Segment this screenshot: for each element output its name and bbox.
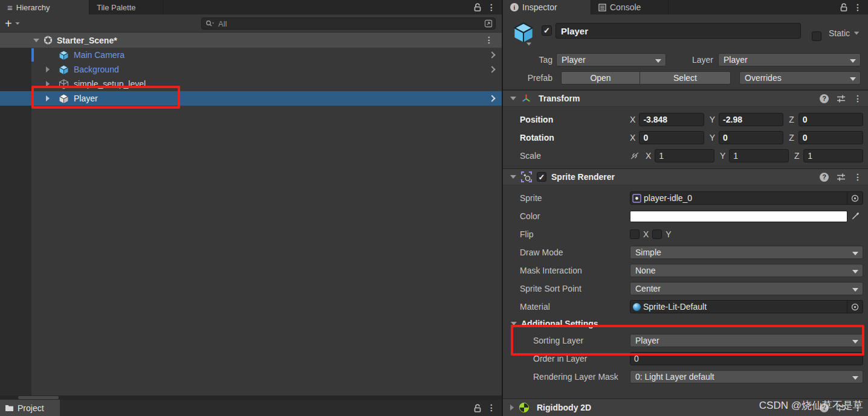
hierarchy-search[interactable]	[201, 18, 496, 30]
draw-mode-dropdown[interactable]: Simple	[630, 246, 863, 259]
gameobject-cube-icon	[59, 94, 69, 104]
material-sphere-icon	[633, 303, 641, 311]
tree-row-main-camera[interactable]: Main Camera	[0, 48, 502, 62]
active-checkbox[interactable]	[542, 25, 552, 36]
sprite-renderer-menu-icon[interactable]	[853, 172, 862, 182]
tree-item-label: Player	[74, 94, 98, 103]
sprite-renderer-header-icons	[820, 172, 868, 182]
sprite-sort-point-dropdown[interactable]: Center	[630, 282, 863, 295]
prefab-cube-icon	[59, 50, 69, 60]
prefab-select-button[interactable]: Select	[640, 71, 731, 85]
sorting-layer-dropdown[interactable]: Player	[630, 334, 863, 347]
prefab-label: Prefab	[509, 73, 552, 83]
position-z-field[interactable]	[798, 113, 863, 126]
position-y-field[interactable]	[719, 113, 783, 126]
rotation-y-field[interactable]	[719, 131, 783, 144]
inspector-menu-icon[interactable]	[853, 2, 862, 12]
tree-row-simple-setup-level[interactable]: simple_setup_level	[0, 77, 502, 91]
rendering-layer-mask-dropdown[interactable]: 0: Light Layer default	[630, 370, 863, 383]
sprite-row: Sprite player-idle_0	[520, 191, 863, 205]
flip-x-checkbox[interactable]	[630, 229, 640, 239]
link-scale-icon[interactable]	[630, 152, 640, 160]
project-menu-icon[interactable]	[487, 403, 496, 412]
hierarchy-tabbar-icons	[468, 0, 502, 14]
expand-arrow-icon[interactable]	[46, 81, 50, 87]
static-dropdown-icon[interactable]	[854, 31, 860, 34]
tab-console[interactable]: Console	[591, 0, 669, 14]
order-in-layer-field[interactable]	[630, 352, 863, 365]
sprite-renderer-body: Sprite player-idle_0 Color	[503, 185, 868, 388]
prefab-open-button[interactable]: Open	[561, 71, 640, 85]
prefab-overrides-dropdown[interactable]: Overrides	[739, 71, 861, 85]
x-axis-label: X	[630, 133, 639, 142]
sprite-renderer-header[interactable]: Sprite Renderer	[503, 168, 868, 185]
draw-mode-row: Draw Mode Simple	[520, 246, 863, 259]
tab-hierarchy[interactable]: ≡ Hierarchy	[0, 0, 89, 14]
scrollbar-thumb[interactable]	[18, 396, 59, 399]
tabbar-spacer	[163, 0, 468, 14]
tag-dropdown[interactable]: Player	[556, 53, 666, 66]
transform-header[interactable]: Transform	[503, 90, 868, 107]
unlock-icon[interactable]	[474, 3, 481, 11]
layer-label: Layer	[675, 55, 713, 65]
search-popout-icon[interactable]	[484, 19, 493, 28]
expand-arrow-icon[interactable]	[46, 66, 50, 72]
object-picker-icon[interactable]	[847, 192, 863, 204]
sprite-renderer-enabled-checkbox[interactable]	[537, 172, 546, 182]
create-object-button[interactable]	[0, 18, 25, 30]
position-label: Position	[520, 115, 630, 124]
eyedropper-icon[interactable]	[847, 212, 863, 220]
open-prefab-chevron-icon[interactable]	[488, 66, 495, 72]
presets-icon[interactable]	[837, 95, 846, 103]
sprite-object-field[interactable]: player-idle_0	[630, 191, 863, 205]
rigidbody2d-foldout-icon[interactable]	[510, 405, 514, 411]
help-icon[interactable]	[820, 173, 829, 182]
hierarchy-menu-icon[interactable]	[487, 3, 496, 12]
transform-header-icons	[820, 94, 868, 103]
position-x-field[interactable]	[639, 113, 704, 126]
search-input[interactable]	[218, 19, 484, 28]
scene-foldout-icon[interactable]	[33, 39, 39, 42]
horizontal-scrollbar[interactable]	[0, 395, 502, 400]
static-checkbox[interactable]	[812, 31, 821, 41]
rotation-z-field[interactable]	[798, 131, 863, 144]
material-object-field[interactable]: Sprite-Lit-Default	[630, 300, 863, 313]
open-prefab-chevron-icon[interactable]	[488, 51, 495, 58]
scale-x-field[interactable]	[655, 149, 714, 162]
scene-name: Starter_Scene*	[57, 36, 117, 45]
tree-row-background[interactable]: Background	[0, 62, 502, 77]
tab-tile-palette[interactable]: Tile Palette	[89, 0, 163, 14]
color-swatch[interactable]	[630, 211, 847, 222]
gameobject-name-field[interactable]	[555, 23, 801, 39]
unity-scene-icon	[43, 35, 53, 45]
expand-arrow-icon[interactable]	[46, 95, 50, 101]
gameobject-icon-button[interactable]	[509, 19, 536, 48]
additional-settings-foldout[interactable]: Additional Settings	[511, 318, 863, 329]
inspector-panel: i Inspector Console	[503, 0, 868, 416]
mask-interaction-dropdown[interactable]: None	[630, 264, 863, 277]
transform-foldout-icon[interactable]	[510, 97, 516, 100]
open-prefab-chevron-icon[interactable]	[488, 95, 495, 101]
flip-y-checkbox[interactable]	[652, 229, 662, 239]
tab-project[interactable]: Project	[0, 400, 60, 416]
unlock-icon[interactable]	[474, 404, 481, 412]
help-icon[interactable]	[820, 94, 829, 103]
tab-inspector[interactable]: i Inspector	[503, 0, 591, 14]
presets-icon[interactable]	[837, 173, 846, 181]
object-picker-icon[interactable]	[847, 301, 863, 313]
transform-menu-icon[interactable]	[853, 94, 862, 103]
scene-menu-icon[interactable]	[485, 36, 493, 45]
scale-y-field[interactable]	[729, 149, 789, 162]
gameobject-header: Static Tag Player Layer Player Prefab Op…	[503, 14, 868, 90]
tree-row-player[interactable]: Player	[0, 91, 502, 106]
scale-row: Scale X Y Z	[520, 149, 863, 162]
scene-header-row[interactable]: Starter_Scene*	[0, 33, 502, 48]
layer-dropdown[interactable]: Player	[718, 53, 861, 66]
rigidbody2d-title: Rigidbody 2D	[537, 403, 591, 412]
scale-z-field[interactable]	[803, 149, 863, 162]
additional-settings-label: Additional Settings	[521, 319, 598, 328]
sprite-renderer-foldout-icon[interactable]	[510, 175, 516, 179]
plus-icon	[5, 18, 12, 30]
unlock-icon[interactable]	[840, 3, 847, 11]
rotation-x-field[interactable]	[639, 131, 704, 144]
